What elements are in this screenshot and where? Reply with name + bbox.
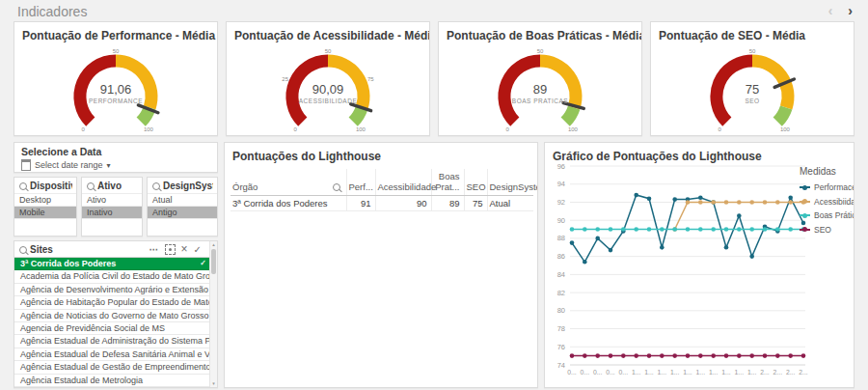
gauge-title: Pontuação de SEO - Média (651, 22, 854, 42)
table-header-row: ÓrgãoPerf...AcessibilidadeBoas Prat...SE… (231, 169, 533, 196)
site-item[interactable]: Agência de Habitação Popular do Estado d… (14, 296, 210, 309)
data-point (621, 353, 626, 358)
column-header[interactable]: SEO (464, 169, 487, 196)
filters-column: Selecione a Data Select date range Dispo… (14, 142, 218, 388)
legend-item[interactable]: Boas Práticas (800, 210, 852, 220)
data-point (775, 227, 780, 232)
data-point (660, 227, 665, 232)
listbox-title: Ativo (97, 181, 122, 191)
gauge-card: Pontuação de Acessibilidade - Média02550… (226, 21, 430, 136)
chart-legend: Medidas PerformaceAcessibiidadeBoas Prát… (800, 166, 852, 238)
x-tick-label: 1... (709, 369, 719, 376)
y-tick-label: 78 (557, 324, 565, 333)
more-options-icon[interactable] (149, 245, 159, 255)
column-header[interactable]: Perf... (346, 169, 375, 196)
column-header[interactable]: Órgão (231, 169, 346, 196)
site-item[interactable]: Agência de Noticias do Governo de Mato G… (14, 310, 210, 322)
x-tick-label: 0... (567, 369, 577, 376)
filter-item[interactable]: Desktop (14, 193, 76, 206)
site-item[interactable]: Agência Estadual de Metrologia (14, 375, 210, 387)
data-point (672, 227, 677, 232)
search-icon[interactable] (333, 183, 340, 191)
data-point (749, 227, 754, 232)
search-icon[interactable] (87, 182, 95, 190)
prev-sheet-icon[interactable] (823, 3, 839, 18)
y-tick-label: 92 (557, 198, 565, 207)
listbox-header: Dispositivos (14, 178, 76, 193)
y-tick-label: 96 (557, 162, 565, 171)
date-range-picker[interactable]: Select date range (21, 159, 210, 171)
filter-item[interactable]: Ativo (82, 193, 142, 206)
dashboard: Indicadores Pontuação de Performance - M… (0, 0, 868, 390)
x-tick-label: 0... (581, 369, 590, 376)
data-point (609, 227, 613, 232)
sites-scrollbar[interactable] (209, 241, 217, 387)
x-tick-label: 1... (747, 369, 757, 376)
filter-box-designsystem: DesignSystemAtualAntigo (147, 177, 218, 237)
search-icon[interactable] (19, 246, 27, 254)
selections-tool-icon[interactable] (165, 244, 176, 255)
data-point (698, 196, 703, 201)
legend-item[interactable]: SEO (800, 225, 852, 235)
site-item[interactable]: 3ª Corrida dos Poderes (14, 258, 210, 270)
site-item[interactable]: Agência de Desenvolvimento Agrário e Ext… (14, 284, 210, 296)
gauge-tick-label: 100 (356, 126, 366, 132)
column-header[interactable]: Boas Prat... (431, 169, 464, 196)
filter-item[interactable]: Atual (148, 193, 217, 206)
site-item[interactable]: Agência Estadual de Administração do Sis… (14, 335, 210, 348)
legend-item[interactable]: Acessibiidade (800, 197, 852, 207)
data-point (583, 227, 587, 232)
data-point (788, 200, 793, 205)
scrollbar-thumb[interactable] (211, 249, 216, 274)
x-tick-label: 1... (735, 369, 745, 376)
cancel-selection-icon[interactable] (181, 244, 188, 255)
confirm-selection-icon[interactable] (194, 245, 202, 255)
gauge-tick-label: 0 (81, 126, 85, 132)
gauge-label: SEO (745, 98, 759, 104)
scroll-up-icon[interactable] (210, 241, 217, 248)
column-header[interactable]: DesignSystem (487, 169, 533, 196)
gauge-label: PERFORMANCE (89, 98, 143, 104)
data-point (763, 353, 768, 358)
lighthouse-table-card: Pontuações do Lighthouse ÓrgãoPerf...Ace… (224, 142, 538, 388)
x-tick-label: 0... (619, 369, 629, 376)
gauge-chart[interactable]: 05010075SEO (656, 41, 849, 133)
filter-item[interactable]: Antigo (148, 206, 217, 218)
data-point (609, 248, 613, 253)
data-point (724, 200, 729, 205)
sites-header: Sites (14, 241, 217, 257)
data-point (660, 245, 665, 250)
filter-item[interactable]: Inativo (82, 206, 142, 218)
site-item[interactable]: Agência Estadual de Gestão de Empreendim… (14, 361, 210, 374)
filter-item[interactable]: Mobile (14, 206, 76, 218)
selection-toolbar (149, 244, 213, 255)
data-point (737, 227, 742, 232)
filter-listboxes: DispositivosDesktopMobileAtivoAtivoInati… (14, 177, 218, 237)
gauge-value: 90,09 (312, 82, 344, 97)
gauge-value: 75 (746, 82, 759, 97)
site-item[interactable]: Agencia de Previdência Social de MS (14, 322, 210, 335)
sites-list: 3ª Corrida dos PoderesAcademia da Políci… (14, 257, 217, 387)
legend-item[interactable]: Performace (800, 182, 852, 192)
search-icon[interactable] (152, 182, 160, 190)
gauge-row: Pontuação de Performance - Média05010091… (14, 21, 854, 136)
top-bar: Indicadores (0, 0, 868, 21)
scroll-down-icon[interactable] (210, 380, 217, 387)
data-point (737, 200, 742, 205)
gauge-chart[interactable]: 05010091,06PERFORMANCE (19, 41, 212, 133)
line-chart[interactable]: 9694929088868482807876740...0...0...0...… (547, 158, 809, 384)
gauge-card: Pontuação de Performance - Média05010091… (14, 21, 218, 136)
site-item[interactable]: Academia da Polícia Civil do Estado de M… (14, 270, 210, 283)
search-icon[interactable] (19, 182, 27, 190)
data-point (711, 227, 716, 232)
site-item[interactable]: Agência Estadual de Defesa Sanitária Ani… (14, 348, 210, 361)
column-header[interactable]: Acessibilidade (375, 169, 431, 196)
next-sheet-icon[interactable] (842, 3, 858, 18)
gauge-chart[interactable]: 025507510090,09ACESSIBILIDADE (231, 41, 424, 133)
listbox-title: Dispositivos (30, 181, 72, 191)
gauge-value: 89 (533, 82, 547, 97)
gauge-tick-label: 0 (505, 126, 509, 132)
table-row[interactable]: 3ª Corrida dos Poderes91908975Atual (231, 196, 533, 211)
gauge-chart[interactable]: 05010089BOAS PRATICAS (444, 41, 637, 133)
x-tick-label: 2... (773, 369, 783, 376)
